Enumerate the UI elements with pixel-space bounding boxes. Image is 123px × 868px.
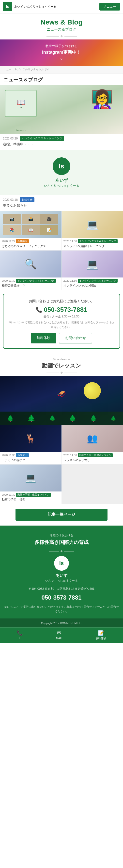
video-card-3-meta: 2020.11.30 動画で予習・復習オンライン bbox=[0, 492, 62, 497]
video-card-3[interactable]: 💻 2020.11.30 動画で予習・復習オンライン 動画で予習・復習 bbox=[0, 465, 62, 504]
contact-hours: 受付 / 月〜金 9:30 〜 18:30 bbox=[7, 314, 116, 319]
contact-lead: お問い合わせはお気軽にご連絡ください。 bbox=[7, 299, 116, 304]
logo-name: あいず いんぐりっしゅすくーる bbox=[14, 5, 56, 9]
video-card-3-title: 動画で予習・復習 bbox=[0, 497, 62, 504]
tag: 各種講座 bbox=[16, 239, 29, 243]
breadcrumb: ニュース＆ブログのサブタイトルです bbox=[0, 66, 123, 73]
big-article-tag: オンラインクラス＆トレーニング bbox=[20, 136, 64, 141]
logo-name-ja: あいず bbox=[4, 178, 119, 183]
footer-copyright-bar: Copyright 2017 BOMMUNUM Ltd. bbox=[0, 618, 123, 627]
date: 2020.11.30 bbox=[64, 279, 77, 282]
grid-article-3[interactable]: 🔍 2020.11.30 オンラインクラス＆トレーニング 秘密公開登場！？ bbox=[0, 250, 62, 290]
tag: 動画で予習・復習オンライン bbox=[78, 453, 113, 457]
tag: オンラインクラス＆トレーニング bbox=[78, 279, 118, 283]
date: 2020.11.30 bbox=[64, 454, 77, 457]
footer-note: ※レッスン中で電話に出られないことがあります。出来るだけお 問合せフォームからお… bbox=[4, 604, 119, 614]
trial-label: 無料体験 bbox=[95, 637, 106, 640]
date: 2020.11.30 bbox=[2, 454, 15, 457]
back-btn-wrap: 記事一覧ページ bbox=[0, 504, 123, 526]
contact-buttons: 無料体験 お問い合わせ bbox=[7, 333, 116, 343]
big-article-title: 税控、準備中・・・ bbox=[0, 142, 123, 150]
article2-title: 重要なお知らせ bbox=[0, 203, 123, 211]
contact-note: ※レッスン中で電話に出られないことがあります。 出来るだけお問合せフォームからお… bbox=[7, 320, 116, 329]
grid-article-3-title: 秘密公開登場！？ bbox=[0, 283, 62, 290]
article2-meta: 2021.03.18 お知らせ bbox=[0, 195, 123, 203]
banner-sub: 教室の様子がのぞける bbox=[4, 44, 119, 48]
video-card-3-image: 💻 bbox=[0, 465, 62, 492]
article2-tag: お知らせ bbox=[20, 197, 34, 202]
grid-article-2[interactable]: 💻 2020.11.30 オンラインクラス＆トレーニング オンラインで講師トレー… bbox=[62, 211, 123, 250]
instagram-banner[interactable]: 教室の様子がのぞける Instagram更新中！ ∨ bbox=[0, 39, 123, 66]
tel-label: TEL bbox=[17, 637, 22, 640]
menu-button[interactable]: メニュー bbox=[99, 3, 120, 10]
date: 2020.11.30 bbox=[2, 279, 15, 282]
grid-article-1[interactable]: 📷 📸 🎥 📚 📖 📝 2020.12.27 各種講座 はじめてのジョリーフォニ… bbox=[0, 211, 62, 250]
grid-article-1-title: はじめてのジョリーフォニックス bbox=[0, 244, 62, 250]
grid-article-1-meta: 2020.12.27 各種講座 bbox=[0, 238, 62, 244]
logo-icon: Is bbox=[3, 2, 12, 11]
footer-nav-trial[interactable]: 📝 無料体験 bbox=[95, 630, 106, 640]
trial-button[interactable]: 無料体験 bbox=[31, 333, 56, 343]
article2[interactable]: 2021.03.18 お知らせ 重要なお知らせ bbox=[0, 195, 123, 211]
big-article-image: 📖 I i 👩‍🏫 classroom bbox=[0, 85, 123, 134]
header-logo: Is あいず いんぐりっしゅすくーる bbox=[3, 2, 56, 11]
footer-top-title: 多様性高き国際力の育成 bbox=[4, 539, 119, 546]
back-to-list-button[interactable]: 記事一覧ページ bbox=[16, 509, 107, 521]
video-card-1-meta: 2020.11.30 ホリデー bbox=[0, 452, 62, 458]
footer-logo-circle: Is bbox=[54, 556, 69, 571]
logo-name-sub: いんぐりっしゅすくーる bbox=[4, 184, 119, 188]
contact-box: お問い合わせはお気軽にご連絡ください。 📞 050-3573-7881 受付 /… bbox=[3, 294, 120, 349]
video-card-1-title: トナカイの秘密？ bbox=[0, 458, 62, 464]
tag: オンラインクラス＆トレーニング bbox=[16, 279, 56, 283]
video-title: 動画でレッスン bbox=[4, 362, 119, 369]
grid-article-4[interactable]: 💻 2020.11.30 オンラインクラス＆トレーニング オンラインレッスン開始 bbox=[62, 250, 123, 290]
footer-nav: 📞 TEL ✉ MAIL 📝 無料体験 bbox=[0, 627, 123, 643]
footer-school-sub: いんぐりっしゅすくーる bbox=[4, 579, 119, 583]
contact-phone-row: 📞 050-3573-7881 bbox=[7, 306, 116, 313]
date: 2020.11.30 bbox=[64, 240, 77, 243]
mail-label: MAIL bbox=[56, 637, 63, 640]
hero-title-ja: ニュース＆ブログ bbox=[4, 27, 119, 32]
footer-top-sub: 活躍の場を広げる bbox=[4, 533, 119, 537]
phone-icon: 📞 bbox=[36, 307, 42, 313]
article2-date: 2021.03.18 bbox=[3, 198, 18, 202]
video-card-2-meta: 2020.11.30 動画で予習・復習オンライン bbox=[62, 452, 123, 458]
video-articles-grid: 🦌 2020.11.30 ホリデー トナカイの秘密？ 👥 2020.11.30 … bbox=[0, 425, 123, 504]
big-article-date: 2021.03.29 bbox=[3, 137, 18, 140]
banner-arrow: ∨ bbox=[4, 57, 119, 61]
grid-article-3-image: 🔍 bbox=[0, 250, 62, 278]
hero-section: News & Blog ニュース＆ブログ bbox=[0, 13, 123, 39]
footer-phone: 050-3573-7881 bbox=[4, 594, 119, 601]
grid-article-4-title: オンラインレッスン開始 bbox=[62, 283, 123, 290]
footer-school-name: あいず bbox=[4, 573, 119, 578]
big-article-meta: 2021.03.29 オンラインクラス＆トレーニング bbox=[0, 134, 123, 142]
grid-article-3-meta: 2020.11.30 オンラインクラス＆トレーニング bbox=[0, 278, 62, 283]
grid-article-1-image: 📷 📸 🎥 📚 📖 📝 bbox=[0, 211, 62, 238]
copyright-text: Copyright 2017 BOMMUNUM Ltd. bbox=[41, 622, 82, 625]
site-header: Is あいず いんぐりっしゅすくーる メニュー bbox=[0, 0, 123, 13]
mail-icon: ✉ bbox=[57, 630, 61, 636]
tel-icon: 📞 bbox=[17, 630, 23, 636]
date: 2020.12.27 bbox=[2, 240, 15, 243]
tag: 動画で予習・復習オンライン bbox=[16, 493, 51, 497]
contact-phone: 050-3573-7881 bbox=[44, 306, 87, 313]
banner-title: Instagram更新中！ bbox=[4, 49, 119, 55]
logo-circle: Is bbox=[53, 157, 70, 175]
date: 2020.11.30 bbox=[2, 493, 15, 496]
grid-article-2-meta: 2020.11.30 オンラインクラス＆トレーニング bbox=[62, 238, 123, 244]
footer-address: 〒104-0052 東京都中央区月島3-14-9 岩崎ビル301 bbox=[4, 586, 119, 592]
video-card-2[interactable]: 👥 2020.11.30 動画で予習・復習オンライン レッスンのふり返り bbox=[62, 425, 123, 464]
video-label: Video lesson bbox=[4, 358, 119, 361]
footer-nav-tel[interactable]: 📞 TEL bbox=[17, 630, 23, 640]
inquiry-button[interactable]: お問い合わせ bbox=[59, 333, 92, 343]
page-title: ニュース＆ブログ bbox=[0, 73, 123, 85]
footer-nav-mail[interactable]: ✉ MAIL bbox=[56, 630, 63, 640]
tag: オンラインクラス＆トレーニング bbox=[78, 239, 118, 243]
hero-title-en: News & Blog bbox=[4, 19, 119, 26]
grid-article-4-image: 💻 bbox=[62, 250, 123, 278]
video-card-2-image: 👥 bbox=[62, 425, 123, 452]
big-article[interactable]: 📖 I i 👩‍🏫 classroom 2021.03.29 オンラインクラス＆… bbox=[0, 85, 123, 150]
video-card-2-title: レッスンのふり返り bbox=[62, 458, 123, 464]
hero-divider bbox=[4, 35, 119, 37]
video-card-1[interactable]: 🦌 2020.11.30 ホリデー トナカイの秘密？ bbox=[0, 425, 62, 464]
